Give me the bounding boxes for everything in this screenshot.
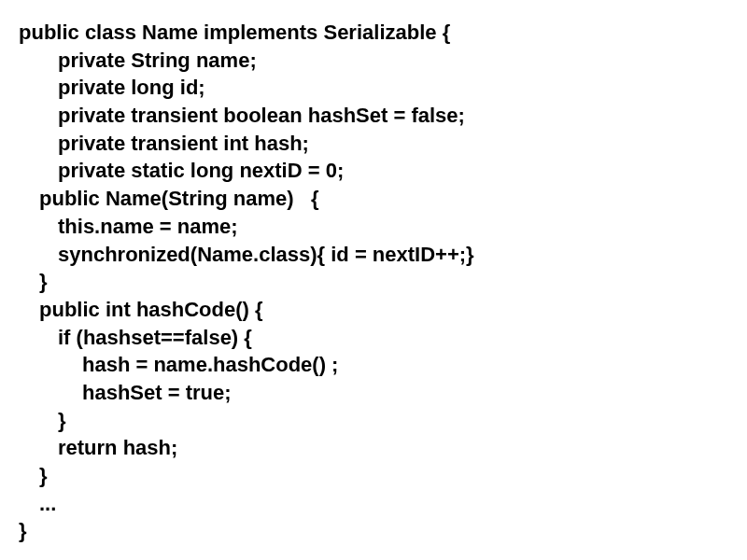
code-line: synchronized(Name.class){ id = nextID++;… xyxy=(19,241,728,269)
code-line: hashSet = true; xyxy=(19,379,728,407)
code-line: public Name(String name) { xyxy=(19,185,728,213)
code-line: private static long nextiD = 0; xyxy=(19,157,728,185)
code-line: ... xyxy=(19,490,728,518)
code-line: this.name = name; xyxy=(19,213,728,241)
code-line: } xyxy=(19,407,728,435)
code-line: hash = name.hashCode() ; xyxy=(19,351,728,379)
code-line: public class Name implements Serializabl… xyxy=(19,19,728,47)
code-line: if (hashset==false) { xyxy=(19,324,728,352)
code-line: } xyxy=(19,268,728,296)
code-line: private transient boolean hashSet = fals… xyxy=(19,102,728,130)
code-line: private long id; xyxy=(19,74,728,102)
code-line: private String name; xyxy=(19,47,728,75)
code-line: return hash; xyxy=(19,434,728,462)
code-line: private transient int hash; xyxy=(19,130,728,158)
code-line: public int hashCode() { xyxy=(19,296,728,324)
code-line: } xyxy=(19,462,728,490)
code-line: } xyxy=(19,517,728,545)
code-block: public class Name implements Serializabl… xyxy=(19,19,728,545)
